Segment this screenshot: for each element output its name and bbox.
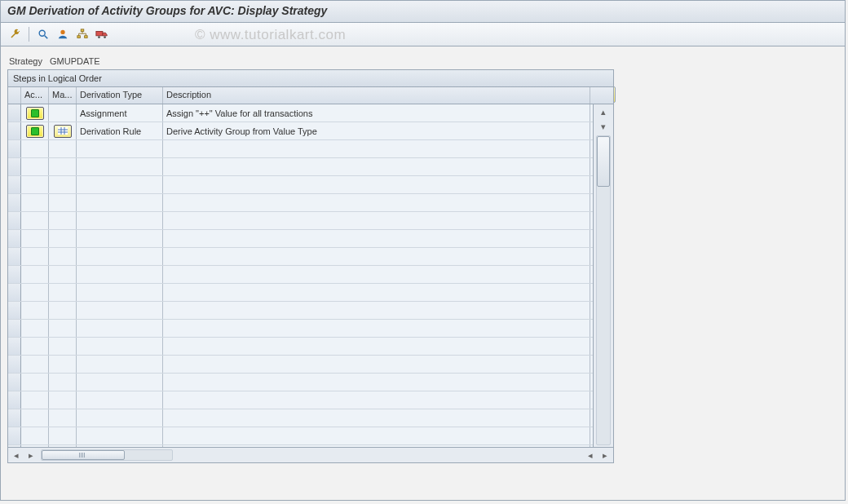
table-row[interactable] [8,445,613,447]
cell-description [163,194,590,211]
toolbar-separator [29,27,29,42]
transport-icon[interactable] [93,26,111,42]
scroll-right-icon[interactable]: ▸ [24,449,38,461]
cell-description: Derive Activity Group from Value Type [163,122,590,139]
cell-derivation-type [77,266,163,283]
column-derivation-type[interactable]: Derivation Type [77,87,163,104]
scroll-up-icon[interactable]: ▴ [594,104,612,119]
row-selector[interactable] [8,140,21,157]
table-body: AssignmentAssign "++" Value for all tran… [8,104,613,447]
table-row[interactable] [8,427,613,445]
row-selector[interactable] [8,104,21,122]
cell-description [163,284,590,301]
row-selector[interactable] [8,194,21,211]
table-row[interactable] [8,212,613,230]
strategy-value: GMUPDATE [50,56,100,66]
table-row[interactable] [8,140,613,158]
row-selector[interactable] [8,248,21,265]
cell-description [163,176,590,193]
cell-derivation-type [77,230,163,247]
hscroll-thumb[interactable] [42,450,125,460]
vscroll-thumb[interactable] [597,136,610,187]
vscroll-track[interactable] [596,135,611,445]
cell-description [163,248,590,265]
cell-derivation-type [77,391,163,409]
cell-derivation-type [77,427,163,444]
table-row[interactable] [8,284,613,302]
cell-description [163,266,590,283]
table-header: Ac... Ma... Derivation Type Description [8,87,613,104]
table-row[interactable] [8,320,613,338]
row-selector[interactable] [8,284,21,301]
table-row[interactable] [8,194,613,212]
row-selector[interactable] [8,445,21,447]
table-row[interactable] [8,302,613,320]
table-row[interactable] [8,374,613,391]
cell-description [163,338,590,355]
horizontal-scrollbar[interactable]: ◂ ▸ ◂ ▸ [8,447,613,462]
active-indicator-icon[interactable] [26,125,44,138]
cell-derivation-type [77,302,163,319]
row-selector[interactable] [8,338,21,355]
cell-description [163,140,590,157]
hscroll-track[interactable] [41,449,173,461]
find-icon[interactable] [34,26,52,42]
row-selector[interactable] [8,356,21,373]
cell-derivation-type [77,338,163,355]
table-row[interactable] [8,158,613,176]
table-row[interactable] [8,356,613,374]
table-row[interactable] [8,176,613,194]
row-selector[interactable] [8,427,21,444]
svg-rect-4 [77,36,81,38]
cell-derivation-type [77,320,163,337]
table-row[interactable] [8,409,613,427]
column-maint[interactable]: Ma... [49,87,77,104]
table-row[interactable] [8,248,613,266]
row-selector[interactable] [8,409,21,427]
scroll-right-end-icon[interactable]: ▸ [598,449,612,461]
vertical-scrollbar[interactable]: ▴ ▾ [593,104,613,447]
row-selector[interactable] [8,176,21,193]
org-icon[interactable] [73,26,91,42]
cell-derivation-type: Derivation Rule [77,122,163,139]
row-selector[interactable] [8,212,21,229]
cell-description [163,356,590,373]
cell-description [163,374,590,391]
row-selector[interactable] [8,122,21,139]
table-row[interactable] [8,230,613,248]
scroll-left-icon[interactable]: ◂ [10,449,23,461]
maintain-entries-icon[interactable] [54,125,72,138]
column-description[interactable]: Description [163,87,590,104]
column-selector[interactable] [8,87,21,104]
steps-panel: Steps in Logical Order Ac... Ma... Deriv… [7,69,614,463]
column-active[interactable]: Ac... [21,87,49,104]
cell-derivation-type [77,445,163,447]
active-indicator-icon[interactable] [26,107,44,120]
row-selector[interactable] [8,230,21,247]
table-row[interactable] [8,338,613,356]
scroll-left-end-icon[interactable]: ◂ [584,449,597,461]
cell-description [163,302,590,319]
table-row[interactable]: Derivation RuleDerive Activity Group fro… [8,122,613,140]
svg-rect-5 [85,36,88,38]
panel-title: Steps in Logical Order [7,69,614,86]
table-row[interactable] [8,391,613,409]
table-row[interactable] [8,266,613,284]
cell-description: Assign "++" Value for all transactions [163,104,590,122]
user-icon[interactable] [54,26,72,42]
cell-derivation-type [77,409,163,427]
cell-description [163,445,590,447]
table-row[interactable]: AssignmentAssign "++" Value for all tran… [8,104,613,122]
row-selector[interactable] [8,266,21,283]
row-selector[interactable] [8,391,21,409]
svg-rect-6 [96,31,103,35]
row-selector[interactable] [8,320,21,337]
svg-rect-13 [58,127,68,135]
svg-point-8 [104,36,106,38]
row-selector[interactable] [8,302,21,319]
cell-derivation-type [77,212,163,229]
wrench-icon[interactable] [6,26,24,42]
row-selector[interactable] [8,158,21,175]
row-selector[interactable] [8,374,21,391]
scroll-down-icon[interactable]: ▾ [594,119,612,134]
